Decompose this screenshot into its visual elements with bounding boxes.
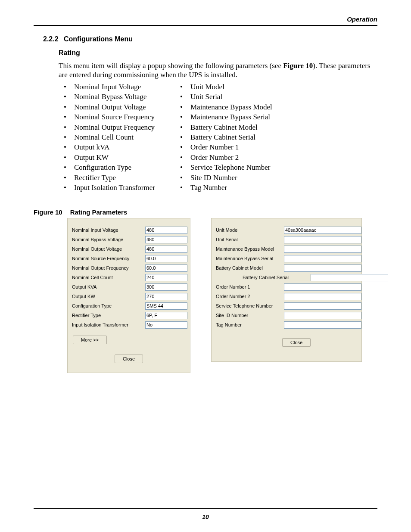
- figure-ref: Figure 10: [283, 62, 313, 70]
- list-item: Configuration Type: [64, 162, 180, 172]
- page-number: 10: [0, 513, 411, 520]
- list-item: Nominal Output Voltage: [64, 102, 180, 112]
- rating-dialog-left: Nominal Input VoltageNominal Bypass Volt…: [67, 218, 190, 373]
- form-row: Maintenance Bypass Serial: [216, 254, 357, 263]
- field-label: Output KW: [72, 294, 145, 299]
- intro-paragraph: This menu item will display a popup show…: [59, 61, 377, 80]
- form-row: Output KVA: [72, 282, 186, 292]
- field-input[interactable]: [145, 255, 187, 262]
- figure-caption: Figure 10Rating Parameters: [34, 208, 127, 216]
- form-row: Battery Cabinet Serial: [216, 273, 357, 282]
- field-input[interactable]: [145, 274, 187, 281]
- field-input[interactable]: [284, 283, 361, 291]
- form-row: Nominal Bypass Voltage: [72, 235, 186, 244]
- form-row: Output KW: [72, 292, 186, 301]
- field-label: Battery Cabinet Model: [216, 265, 284, 271]
- field-label: Nominal Input Voltage: [72, 227, 145, 233]
- field-label: Configuration Type: [72, 303, 145, 308]
- field-label: Input Isolation Transformer: [72, 322, 145, 327]
- list-item: Battery Cabinet Serial: [180, 132, 309, 142]
- form-row: Nominal Output Voltage: [72, 244, 186, 254]
- list-item: Unit Model: [180, 82, 309, 92]
- list-item: Nominal Cell Count: [64, 132, 180, 142]
- rule-bottom: [34, 508, 377, 509]
- list-item: Unit Serial: [180, 92, 309, 102]
- field-input[interactable]: [145, 321, 187, 329]
- field-input[interactable]: [284, 264, 361, 272]
- field-label: Battery Cabinet Serial: [216, 275, 311, 280]
- form-row: Order Number 2: [216, 292, 357, 301]
- list-item: Order Number 1: [180, 142, 309, 152]
- field-input[interactable]: [145, 246, 187, 253]
- field-input[interactable]: [284, 255, 361, 262]
- field-label: Nominal Output Frequency: [72, 265, 145, 271]
- list-item: Output kVA: [64, 142, 180, 152]
- form-row: Unit Model: [216, 225, 357, 235]
- form-row: Nominal Input Voltage: [72, 225, 186, 235]
- list-item: Nominal Bypass Voltage: [64, 92, 180, 102]
- list-item: Order Number 2: [180, 152, 309, 162]
- field-input[interactable]: [284, 293, 361, 300]
- form-row: Site ID Number: [216, 311, 357, 320]
- rating-dialog-right: Unit ModelUnit SerialMaintenance Bypass …: [211, 218, 362, 362]
- list-item: Output KW: [64, 152, 180, 162]
- field-input[interactable]: [145, 302, 187, 310]
- list-item: Site ID Number: [180, 173, 309, 183]
- field-input[interactable]: [284, 246, 361, 253]
- figure-number: Figure 10: [34, 208, 62, 216]
- form-row: Nominal Cell Count: [72, 273, 186, 282]
- field-label: Service Telephone Number: [216, 303, 284, 308]
- figure-screenshots: Nominal Input VoltageNominal Bypass Volt…: [67, 218, 362, 373]
- field-label: Unit Model: [216, 227, 284, 233]
- field-input[interactable]: [145, 293, 187, 300]
- section-number: 2.2.2: [43, 35, 59, 43]
- field-input[interactable]: [311, 274, 388, 281]
- form-row: Nominal Output Frequency: [72, 263, 186, 273]
- rule-top: [34, 25, 377, 26]
- field-label: Maintenance Bypass Serial: [216, 256, 284, 261]
- figure-title: Rating Parameters: [70, 208, 128, 216]
- field-input[interactable]: [284, 312, 361, 319]
- form-row: Tag Number: [216, 320, 357, 330]
- form-row: Service Telephone Number: [216, 301, 357, 311]
- field-label: Unit Serial: [216, 237, 284, 242]
- field-input[interactable]: [145, 312, 187, 319]
- more-button[interactable]: More >>: [73, 336, 107, 344]
- para-text-pre: This menu item will display a popup show…: [59, 62, 283, 70]
- section-title: Configurations Menu: [64, 35, 133, 43]
- field-input[interactable]: [284, 236, 361, 243]
- field-label: Order Number 1: [216, 284, 284, 289]
- form-row: Order Number 1: [216, 282, 357, 292]
- field-label: Order Number 2: [216, 294, 284, 299]
- field-label: Tag Number: [216, 322, 284, 327]
- close-button[interactable]: Close: [282, 338, 311, 347]
- field-input[interactable]: [145, 227, 187, 234]
- field-input[interactable]: [145, 236, 187, 243]
- list-item: Nominal Input Voltage: [64, 82, 180, 92]
- form-row: Maintenance Bypass Model: [216, 244, 357, 254]
- list-item: Tag Number: [180, 183, 309, 193]
- param-list-left: Nominal Input VoltageNominal Bypass Volt…: [64, 82, 180, 193]
- form-row: Configuration Type: [72, 301, 186, 311]
- field-input[interactable]: [145, 264, 187, 272]
- list-item: Input Isolation Transformer: [64, 183, 180, 193]
- field-input[interactable]: [284, 321, 361, 329]
- field-input[interactable]: [284, 227, 361, 234]
- param-list-right: Unit ModelUnit SerialMaintenance Bypass …: [180, 82, 309, 193]
- field-label: Nominal Bypass Voltage: [72, 237, 145, 242]
- subsection-title: Rating: [59, 49, 80, 57]
- form-row: Rectifier Type: [72, 311, 186, 320]
- list-item: Battery Cabinet Model: [180, 122, 309, 132]
- form-row: Unit Serial: [216, 235, 357, 244]
- list-item: Maintenance Bypass Model: [180, 102, 309, 112]
- list-item: Service Telephone Number: [180, 162, 309, 172]
- parameter-lists: Nominal Input VoltageNominal Bypass Volt…: [64, 82, 309, 193]
- list-item: Nominal Source Frequency: [64, 112, 180, 122]
- close-button[interactable]: Close: [115, 355, 143, 363]
- field-input[interactable]: [284, 302, 361, 310]
- list-item: Rectifier Type: [64, 173, 180, 183]
- header-section: Operation: [347, 16, 377, 23]
- field-label: Nominal Cell Count: [72, 275, 145, 280]
- field-label: Maintenance Bypass Model: [216, 246, 284, 252]
- field-input[interactable]: [145, 283, 187, 291]
